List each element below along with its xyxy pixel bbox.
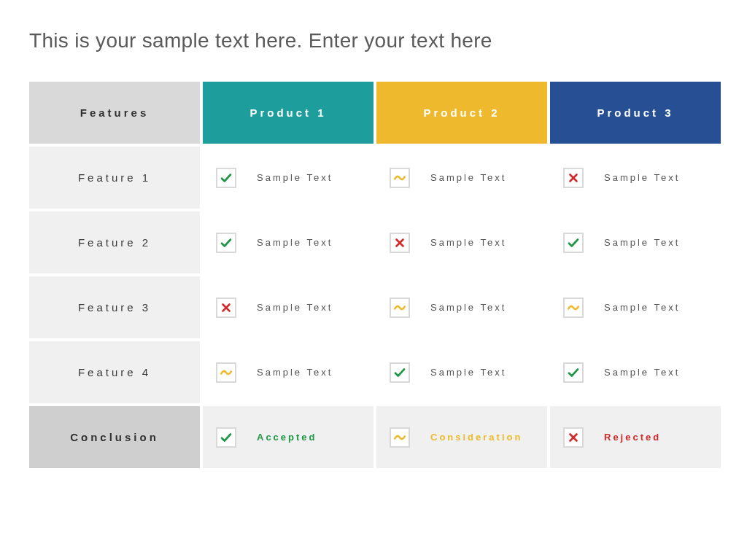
cell-r2-p1: Sample Text — [203, 211, 374, 273]
check-icon — [216, 233, 236, 253]
cell-text: Sample Text — [604, 172, 680, 183]
tilde-icon — [390, 427, 410, 448]
cell-text: Sample Text — [604, 237, 680, 248]
header-product-3: Product 3 — [550, 82, 721, 144]
conclusion-text: Accepted — [257, 432, 317, 443]
tilde-icon — [563, 298, 584, 318]
cell-r4-p1: Sample Text — [203, 341, 374, 403]
page-title: This is your sample text here. Enter you… — [29, 29, 718, 52]
feature-label-4: Feature 4 — [29, 341, 200, 403]
cell-text: Sample Text — [257, 172, 333, 183]
cell-r3-p3: Sample Text — [550, 276, 721, 338]
conclusion-text: Rejected — [604, 432, 661, 443]
conclusion-label: Conclusion — [29, 406, 200, 468]
cell-text: Sample Text — [257, 302, 333, 313]
cross-icon — [563, 168, 584, 188]
cell-r4-p3: Sample Text — [550, 341, 721, 403]
cell-text: Sample Text — [604, 367, 680, 378]
tilde-icon — [390, 298, 410, 318]
conclusion-p2: Consideration — [376, 406, 547, 468]
header-product-2: Product 2 — [376, 82, 547, 144]
comparison-table: Features Product 1 Product 2 Product 3 F… — [29, 82, 718, 468]
cell-r1-p1: Sample Text — [203, 147, 374, 209]
cell-text: Sample Text — [257, 237, 333, 248]
cell-r2-p2: Sample Text — [376, 211, 547, 273]
cell-text: Sample Text — [430, 237, 506, 248]
cell-text: Sample Text — [430, 367, 506, 378]
cross-icon — [563, 427, 584, 448]
cell-text: Sample Text — [430, 172, 506, 183]
check-icon — [563, 362, 584, 383]
check-icon — [216, 427, 236, 448]
cross-icon — [390, 233, 410, 253]
check-icon — [216, 168, 236, 188]
feature-label-3: Feature 3 — [29, 276, 200, 338]
conclusion-p1: Accepted — [203, 406, 374, 468]
cell-text: Sample Text — [430, 302, 506, 313]
cell-r3-p1: Sample Text — [203, 276, 374, 338]
cell-r4-p2: Sample Text — [376, 341, 547, 403]
cross-icon — [216, 298, 236, 318]
feature-label-1: Feature 1 — [29, 147, 200, 209]
conclusion-p3: Rejected — [550, 406, 721, 468]
header-product-1: Product 1 — [203, 82, 374, 144]
cell-text: Sample Text — [604, 302, 680, 313]
check-icon — [563, 233, 584, 253]
tilde-icon — [390, 168, 410, 188]
tilde-icon — [216, 362, 236, 383]
cell-r2-p3: Sample Text — [550, 211, 721, 273]
conclusion-text: Consideration — [430, 432, 522, 443]
cell-text: Sample Text — [257, 367, 333, 378]
cell-r1-p3: Sample Text — [550, 147, 721, 209]
feature-label-2: Feature 2 — [29, 211, 200, 273]
check-icon — [390, 362, 410, 383]
header-features: Features — [29, 82, 200, 144]
cell-r1-p2: Sample Text — [376, 147, 547, 209]
cell-r3-p2: Sample Text — [376, 276, 547, 338]
